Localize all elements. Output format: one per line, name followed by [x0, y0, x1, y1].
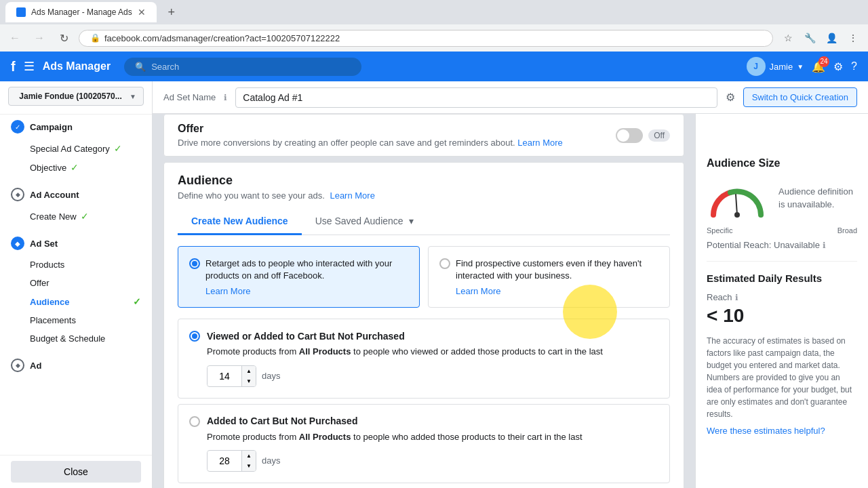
offer-toggle[interactable]: [616, 128, 643, 143]
saved-audience-chevron-icon: ▾: [409, 216, 414, 226]
settings-button[interactable]: ⚙: [833, 60, 843, 73]
audience-section-title: Audience: [178, 174, 670, 188]
prospective-learn-more-link[interactable]: Learn More: [456, 286, 658, 296]
search-icon: 🔍: [135, 62, 146, 72]
address-bar[interactable]: 🔒 facebook.com/adsmanager/creation?act=1…: [79, 30, 773, 47]
retarget-learn-more-link[interactable]: Learn More: [205, 286, 408, 296]
placements-label: Placements: [30, 315, 76, 325]
search-input[interactable]: [151, 62, 351, 72]
option2-radio[interactable]: [189, 416, 200, 427]
sidebar-sub-budget-schedule[interactable]: Budget & Schedule: [0, 329, 152, 348]
accuracy-text: The accuracy of estimates is based on fa…: [707, 335, 857, 420]
reach-info-icon[interactable]: ℹ: [735, 293, 738, 302]
option1-days-input[interactable]: ▲ ▼: [207, 365, 256, 387]
option1-days-label: days: [262, 371, 280, 381]
back-button[interactable]: ←: [5, 28, 24, 47]
helpful-link[interactable]: Were these estimates helpful?: [707, 426, 825, 436]
menu-button[interactable]: ⋮: [844, 28, 863, 47]
hamburger-menu-button[interactable]: ☰: [24, 59, 35, 74]
option1-days-down[interactable]: ▼: [242, 376, 256, 386]
ad-account-label: Ad Account: [30, 190, 79, 200]
app-title: Ads Manager: [43, 60, 111, 73]
notification-badge: 24: [818, 56, 829, 67]
prospective-card[interactable]: Find prospective customers even if they …: [428, 246, 670, 308]
sidebar-sub-objective[interactable]: Objective ✓: [0, 158, 152, 177]
help-button[interactable]: ?: [851, 60, 857, 73]
sidebar-sub-offer[interactable]: Offer: [0, 274, 152, 292]
refresh-button[interactable]: ↻: [54, 28, 73, 47]
sidebar-footer: Close: [0, 455, 152, 488]
prospective-text: Find prospective customers even if they …: [456, 258, 658, 282]
offer-label: Offer: [30, 278, 50, 288]
sidebar-sub-special-ad[interactable]: Special Ad Category ✓: [0, 139, 152, 158]
close-tab-button[interactable]: ✕: [138, 7, 146, 18]
sidebar-item-campaign[interactable]: ✓ Campaign: [0, 115, 152, 139]
audience-option-1: Viewed or Added to Cart But Not Purchase…: [178, 319, 670, 398]
sidebar-sub-audience[interactable]: Audience ✓: [0, 292, 152, 311]
account-name: Jamie Fondue (10020570...: [16, 92, 125, 101]
option1-radio[interactable]: [189, 331, 200, 342]
offer-section: Offer Drive more conversions by creating…: [163, 114, 684, 157]
option2-desc: Promote products from All Products to pe…: [207, 431, 658, 443]
option2-days-up[interactable]: ▲: [242, 451, 256, 461]
broad-label: Broad: [837, 226, 857, 235]
retarget-card[interactable]: Retarget ads to people who interacted wi…: [178, 246, 420, 308]
browser-tab[interactable]: Ads Manager - Manage Ads ✕: [5, 2, 157, 22]
forward-button[interactable]: →: [30, 28, 49, 47]
topbar-right: J Jamie ▼ 🔔 24 ⚙ ?: [747, 57, 858, 76]
prospective-radio[interactable]: [439, 258, 450, 269]
products-label: Products: [30, 260, 64, 270]
account-button[interactable]: Jamie Fondue (10020570... ▼: [8, 87, 144, 106]
search-bar[interactable]: 🔍: [124, 58, 361, 76]
offer-learn-more-link[interactable]: Learn More: [517, 138, 562, 148]
sidebar-sub-products[interactable]: Products: [0, 256, 152, 274]
profile-button[interactable]: 👤: [822, 28, 841, 47]
sidebar-sub-placements[interactable]: Placements: [0, 311, 152, 329]
adset-name-input[interactable]: [235, 87, 717, 108]
sidebar-item-ad-account[interactable]: ◆ Ad Account: [0, 182, 152, 207]
ad-icon: ◆: [11, 359, 24, 372]
audience-gauge: [707, 178, 768, 218]
bookmark-button[interactable]: ☆: [778, 28, 797, 47]
notifications-button[interactable]: 🔔 24: [812, 60, 825, 73]
create-new-label: Create New: [30, 211, 77, 222]
gauge-container: Audience definition is unavailable.: [707, 178, 857, 218]
audience-option-2: Added to Cart But Not Purchased Promote …: [178, 404, 670, 483]
svg-line-0: [736, 195, 737, 215]
tab-saved-audience[interactable]: Use Saved Audience ▾: [302, 209, 427, 235]
new-tab-button[interactable]: +: [162, 3, 181, 22]
audience-tabs: Create New Audience Use Saved Audience ▾: [178, 209, 670, 235]
option1-title: Viewed or Added to Cart But Not Purchase…: [207, 331, 405, 342]
extensions-button[interactable]: 🔧: [800, 28, 819, 47]
ad-account-icon: ◆: [11, 188, 24, 201]
account-chevron-icon: ▼: [130, 93, 136, 100]
retarget-radio[interactable]: [189, 258, 200, 269]
potential-reach-info-icon[interactable]: ℹ: [823, 241, 826, 250]
lock-icon: 🔒: [90, 33, 100, 43]
adset-settings-icon[interactable]: ⚙: [726, 91, 735, 104]
close-button[interactable]: Close: [11, 461, 141, 483]
campaign-label: Campaign: [30, 122, 73, 132]
audience-section-desc: Define who you want to see your ads. Lea…: [178, 190, 670, 201]
url-text: facebook.com/adsmanager/creation?act=100…: [104, 33, 762, 43]
ad-label: Ad: [30, 361, 41, 371]
audience-learn-more-link[interactable]: Learn More: [330, 190, 374, 201]
sidebar-item-ad-set[interactable]: ◆ Ad Set: [0, 231, 152, 256]
sidebar-item-ad[interactable]: ◆ Ad: [0, 353, 152, 378]
reach-label: Reach ℹ: [707, 292, 857, 302]
option1-days-up[interactable]: ▲: [242, 366, 256, 376]
option2-days-input[interactable]: ▲ ▼: [207, 450, 256, 472]
facebook-logo: f: [11, 59, 16, 75]
info-icon: ℹ: [224, 93, 227, 102]
user-area[interactable]: J Jamie ▼: [747, 57, 804, 76]
potential-reach: Potential Reach: Unavailable ℹ: [707, 240, 857, 250]
option1-days-field[interactable]: [208, 367, 241, 386]
tab-create-audience[interactable]: Create New Audience: [178, 209, 302, 235]
est-daily-title: Estimated Daily Results: [707, 272, 857, 284]
sidebar-sub-create-new[interactable]: Create New ✓: [0, 207, 152, 226]
switch-creation-button[interactable]: Switch to Quick Creation: [743, 87, 857, 107]
avatar: J: [747, 57, 766, 76]
option2-days-down[interactable]: ▼: [242, 461, 256, 471]
option2-days-field[interactable]: [208, 451, 241, 470]
adset-name-label: Ad Set Name: [163, 92, 216, 102]
